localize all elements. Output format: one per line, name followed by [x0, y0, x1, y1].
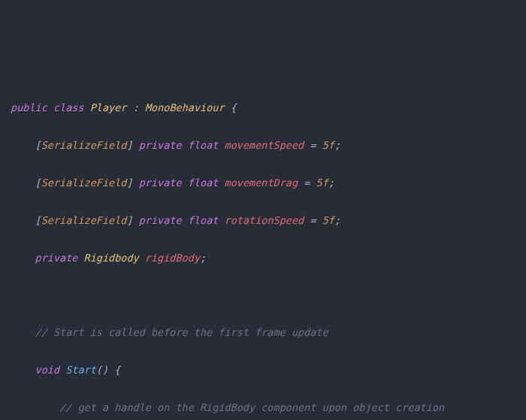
code-line: void Start() {: [11, 361, 515, 379]
class-name: Player: [90, 101, 127, 113]
attribute: SerializeField: [41, 139, 127, 151]
base-class: MonoBehaviour: [145, 101, 225, 113]
keyword-class: class: [53, 101, 84, 113]
type-rigidbody: Rigidbody: [84, 252, 139, 264]
comment: // Start is called before the first fram…: [35, 326, 328, 338]
literal: 5f: [316, 177, 328, 189]
code-block: public class Player : MonoBehaviour { [S…: [11, 98, 515, 420]
code-line: public class Player : MonoBehaviour {: [11, 98, 515, 117]
code-line: [SerializeField] private float rotationS…: [11, 211, 515, 230]
blank-line: [11, 286, 515, 305]
keyword-private: private: [35, 252, 78, 264]
field-rigidBody: rigidBody: [145, 252, 200, 264]
code-line: [SerializeField] private float movementD…: [11, 174, 515, 192]
type-float: float: [188, 214, 219, 226]
keyword-public: public: [11, 101, 47, 113]
keyword-void: void: [35, 364, 60, 376]
literal: 5f: [322, 214, 334, 226]
attribute: SerializeField: [41, 214, 127, 226]
comment: // get a handle on the RigidBody compone…: [59, 401, 444, 413]
literal: 5f: [322, 139, 334, 151]
field-movementDrag: movementDrag: [225, 177, 298, 189]
keyword-private: private: [139, 214, 182, 226]
field-rotationSpeed: rotationSpeed: [225, 214, 304, 226]
type-float: float: [188, 139, 219, 151]
type-float: float: [188, 177, 219, 189]
code-line: // get a handle on the RigidBody compone…: [11, 398, 515, 417]
code-line: // Start is called before the first fram…: [11, 323, 515, 342]
attribute: SerializeField: [41, 177, 127, 189]
keyword-private: private: [139, 177, 182, 189]
method-start: Start: [65, 364, 96, 376]
code-line: [SerializeField] private float movementS…: [11, 136, 515, 155]
keyword-private: private: [139, 139, 182, 151]
field-movementSpeed: movementSpeed: [225, 139, 304, 151]
code-line: private Rigidbody rigidBody;: [11, 249, 515, 267]
